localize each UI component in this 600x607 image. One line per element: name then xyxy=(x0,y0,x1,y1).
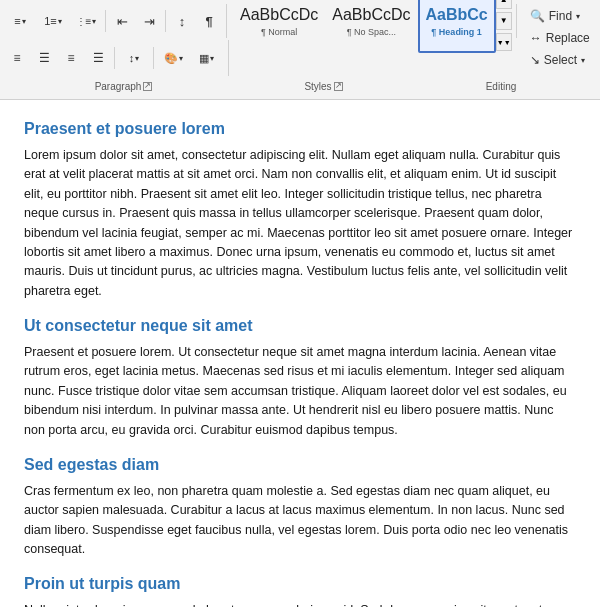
styles-scroll-up[interactable]: ▲ xyxy=(496,0,512,9)
find-button[interactable]: 🔍 Find ▾ xyxy=(523,6,597,26)
editing-section: 🔍 Find ▾ ↔ Replace ↘ Select ▾ xyxy=(523,4,597,38)
align-left-icon: ≡ xyxy=(13,51,20,65)
increase-indent-button[interactable]: ⇥ xyxy=(136,8,162,34)
multilevel-list-button[interactable]: ⋮≡ ▾ xyxy=(70,8,102,34)
align-center-icon: ☰ xyxy=(39,51,50,65)
shading-icon: 🎨 xyxy=(164,52,178,65)
justify-icon: ☰ xyxy=(93,51,104,65)
document-area: Praesent et posuere lorem Lorem ipsum do… xyxy=(0,100,600,607)
borders-button[interactable]: ▦ ▾ xyxy=(190,45,222,71)
style-normal-label: ¶ Normal xyxy=(261,27,297,37)
alignment-group: ≡ ☰ ≡ ☰ ↕ ▾ 🎨 ▾ ▦ ▾ xyxy=(4,40,229,76)
shading-dropdown: ▾ xyxy=(179,54,183,63)
borders-dropdown: ▾ xyxy=(210,54,214,63)
styles-scroll-down[interactable]: ▼ xyxy=(496,12,512,30)
find-dropdown-icon: ▾ xyxy=(576,12,580,21)
bullet-list-button[interactable]: ≡ ▾ xyxy=(4,8,36,34)
toolbar-row1: ≡ ▾ 1≡ ▾ ⋮≡ ▾ ⇤ ⇥ xyxy=(4,2,596,38)
sep3 xyxy=(114,47,115,69)
line-spacing-icon: ↕ xyxy=(129,52,135,64)
sort-button[interactable]: ↕ xyxy=(169,8,195,34)
heading-2: Sed egestas diam xyxy=(24,456,576,474)
heading-0: Praesent et posuere lorem xyxy=(24,120,576,138)
align-right-icon: ≡ xyxy=(67,51,74,65)
style-heading1-label: ¶ Heading 1 xyxy=(431,27,482,37)
numbered-list-icon: 1≡ xyxy=(44,15,57,27)
paragraph-corner-icon[interactable]: ↗ xyxy=(143,82,152,91)
multilevel-list-icon: ⋮≡ xyxy=(76,16,92,27)
heading-1: Ut consectetur neque sit amet xyxy=(24,317,576,335)
toolbar-row2: ≡ ☰ ≡ ☰ ↕ ▾ 🎨 ▾ ▦ ▾ xyxy=(4,40,596,76)
toolbar: ≡ ▾ 1≡ ▾ ⋮≡ ▾ ⇤ ⇥ xyxy=(0,0,600,100)
bullet-dropdown-icon: ▾ xyxy=(22,17,26,26)
heading-3: Proin ut turpis quam xyxy=(24,575,576,593)
line-spacing-dropdown: ▾ xyxy=(135,54,139,63)
bullet-list-icon: ≡ xyxy=(14,15,20,27)
styles-section: AaBbCcDc ¶ Normal AaBbCcDc ¶ No Spac... … xyxy=(233,4,517,38)
multilevel-dropdown-icon: ▾ xyxy=(92,17,96,26)
sort-icon: ↕ xyxy=(179,14,186,29)
paragraph-mark-icon: ¶ xyxy=(205,14,212,29)
shading-button[interactable]: 🎨 ▾ xyxy=(157,45,189,71)
style-normal-preview: AaBbCcDc xyxy=(240,5,318,24)
paragraph-section-label: Paragraph ↗ xyxy=(6,81,241,92)
paragraph-group-row1: ≡ ▾ 1≡ ▾ ⋮≡ ▾ ⇤ ⇥ xyxy=(4,4,227,38)
separator2 xyxy=(165,10,166,32)
align-right-button[interactable]: ≡ xyxy=(58,45,84,71)
style-no-space-label: ¶ No Spac... xyxy=(347,27,396,37)
section-labels: Paragraph ↗ Styles ↗ Editing xyxy=(4,78,596,94)
show-marks-button[interactable]: ¶ xyxy=(196,8,222,34)
para-0-0: Lorem ipsum dolor sit amet, consectetur … xyxy=(24,146,576,301)
para-1-0: Praesent et posuere lorem. Ut consectetu… xyxy=(24,343,576,440)
editing-section-label: Editing xyxy=(406,81,596,92)
para-3-0: Nullam interdum risus eros, vel pharetra… xyxy=(24,601,576,607)
decrease-indent-icon: ⇤ xyxy=(117,14,128,29)
search-icon: 🔍 xyxy=(530,9,545,23)
para-2-0: Cras fermentum ex leo, non pharetra quam… xyxy=(24,482,576,560)
numbered-list-button[interactable]: 1≡ ▾ xyxy=(37,8,69,34)
styles-corner-icon[interactable]: ↗ xyxy=(334,82,343,91)
separator xyxy=(105,10,106,32)
borders-icon: ▦ xyxy=(199,52,209,65)
align-center-button[interactable]: ☰ xyxy=(31,45,57,71)
sep4 xyxy=(153,47,154,69)
justify-button[interactable]: ☰ xyxy=(85,45,111,71)
styles-section-label: Styles ↗ xyxy=(241,81,406,92)
find-label: Find xyxy=(549,9,572,23)
line-spacing-button[interactable]: ↕ ▾ xyxy=(118,45,150,71)
align-left-button[interactable]: ≡ xyxy=(4,45,30,71)
numbered-dropdown-icon: ▾ xyxy=(58,17,62,26)
decrease-indent-button[interactable]: ⇤ xyxy=(109,8,135,34)
style-no-space-preview: AaBbCcDc xyxy=(332,5,410,24)
increase-indent-icon: ⇥ xyxy=(144,14,155,29)
style-heading1-preview: AaBbCc xyxy=(426,5,488,24)
